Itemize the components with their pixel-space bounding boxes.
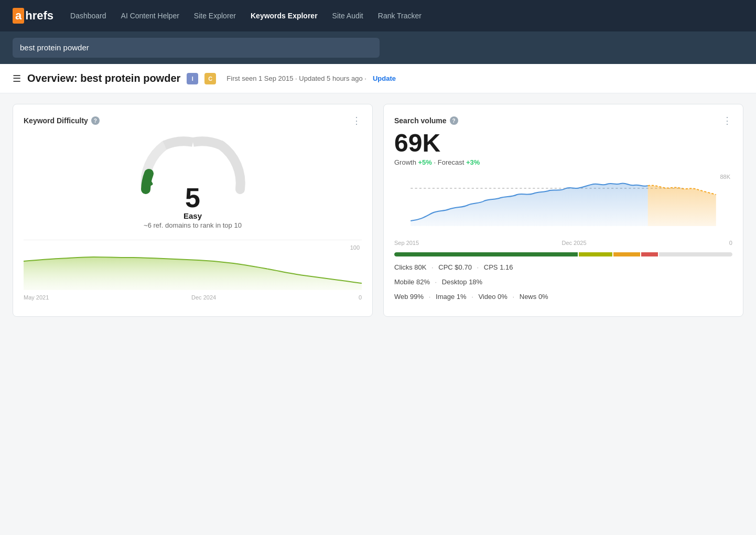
logo-a: a bbox=[13, 8, 24, 24]
click-bar-seg-3 bbox=[613, 252, 640, 256]
nav-keywords-explorer[interactable]: Keywords Explorer bbox=[251, 12, 318, 20]
sv-chart-axis-bottom: Sep 2015 Dec 2025 0 bbox=[394, 240, 732, 246]
kd-chart-end: Dec 2024 bbox=[191, 294, 216, 301]
kd-score: 5 bbox=[185, 184, 200, 211]
kd-chart-axis-bottom: May 2021 Dec 2024 0 bbox=[24, 294, 362, 301]
nav-site-audit[interactable]: Site Audit bbox=[332, 12, 363, 20]
update-link[interactable]: Update bbox=[373, 74, 396, 82]
sv-chart-end: Dec 2025 bbox=[561, 240, 586, 246]
nav-dashboard[interactable]: Dashboard bbox=[70, 12, 106, 20]
clicks-value: 80K bbox=[414, 263, 426, 271]
sv-forecast-label: Forecast bbox=[438, 158, 465, 166]
video-label: Video bbox=[478, 293, 498, 301]
desktop-label: Desktop bbox=[442, 278, 469, 286]
kd-chart-max: 100 bbox=[350, 244, 360, 251]
overview-title: Overview: best protein powder bbox=[27, 72, 180, 84]
sv-card-header: Search volume ? ⋮ bbox=[394, 115, 732, 126]
sv-growth: Growth +5% · Forecast +3% bbox=[394, 158, 732, 166]
sv-forecast-value: +3% bbox=[466, 158, 480, 166]
sv-main-chart bbox=[394, 174, 732, 234]
kd-chart-area: 100 May 2021 Dec 2024 0 bbox=[24, 240, 362, 297]
sv-help-icon[interactable]: ? bbox=[450, 116, 458, 125]
web-value: 99% bbox=[410, 293, 424, 301]
search-volume-card: Search volume ? ⋮ 69K Growth +5% · Forec… bbox=[383, 104, 743, 317]
sv-card-title: Search volume ? bbox=[394, 116, 458, 125]
cpc-label: CPC bbox=[438, 263, 455, 271]
navbar: a hrefs Dashboard AI Content Helper Site… bbox=[0, 0, 756, 31]
sv-chart-wrap: 88K bbox=[394, 174, 732, 237]
gauge-container: 5 Easy ~6 ref. domains to rank in top 10 bbox=[24, 132, 362, 229]
kd-chart-zero: 0 bbox=[359, 294, 362, 301]
stats-device-row: Mobile 82% · Desktop 18% bbox=[394, 276, 732, 288]
nav-site-explorer[interactable]: Site Explorer bbox=[194, 12, 236, 20]
kd-card-title: Keyword Difficulty ? bbox=[24, 116, 100, 125]
kd-sublabel: ~6 ref. domains to rank in top 10 bbox=[144, 221, 242, 229]
news-label: News bbox=[520, 293, 538, 301]
search-bar bbox=[0, 31, 756, 64]
image-label: Image bbox=[436, 293, 457, 301]
mobile-value: 82% bbox=[416, 278, 430, 286]
main-content: Keyword Difficulty ? ⋮ 5 Easy bbox=[0, 93, 756, 327]
sv-chart-start: Sep 2015 bbox=[394, 240, 419, 246]
kd-title-text: Keyword Difficulty bbox=[24, 116, 88, 125]
nav-rank-tracker[interactable]: Rank Tracker bbox=[378, 12, 422, 20]
kd-card-header: Keyword Difficulty ? ⋮ bbox=[24, 115, 362, 126]
kd-help-icon[interactable]: ? bbox=[91, 116, 100, 125]
web-label: Web bbox=[394, 293, 410, 301]
stats-type-row: Web 99% · Image 1% · Video 0% · News 0% bbox=[394, 291, 732, 303]
sv-growth-label: Growth bbox=[394, 158, 416, 166]
sv-title-text: Search volume bbox=[394, 116, 447, 125]
mobile-label: Mobile bbox=[394, 278, 416, 286]
click-bar-seg-4 bbox=[641, 252, 658, 256]
kd-menu-dots[interactable]: ⋮ bbox=[352, 115, 362, 126]
sv-chart-zero: 0 bbox=[729, 240, 732, 246]
nav-ai-content[interactable]: AI Content Helper bbox=[121, 12, 179, 20]
desktop-value: 18% bbox=[469, 278, 482, 286]
hamburger-icon[interactable]: ☰ bbox=[13, 73, 21, 84]
search-input-wrap bbox=[13, 38, 380, 58]
click-bar bbox=[394, 252, 732, 256]
cps-value: 1.16 bbox=[500, 263, 513, 271]
overview-meta: First seen 1 Sep 2015 · Updated 5 hours … bbox=[226, 74, 366, 82]
click-bar-seg-2 bbox=[579, 252, 612, 256]
sv-chart-max: 88K bbox=[720, 174, 730, 180]
cpc-value: $0.70 bbox=[455, 263, 472, 271]
kd-mini-chart bbox=[24, 245, 362, 290]
kd-label: Easy bbox=[183, 211, 202, 220]
sv-value: 69K bbox=[394, 129, 732, 157]
image-value: 1% bbox=[457, 293, 467, 301]
stats-clicks-row: Clicks 80K · CPC $0.70 · CPS 1.16 bbox=[394, 262, 732, 273]
nav-links: Dashboard AI Content Helper Site Explore… bbox=[70, 12, 422, 20]
keyword-difficulty-card: Keyword Difficulty ? ⋮ 5 Easy bbox=[13, 104, 373, 317]
search-input[interactable] bbox=[20, 43, 372, 52]
sv-growth-value: +5% bbox=[418, 158, 432, 166]
badge-c: C bbox=[204, 73, 216, 84]
news-value: 0% bbox=[538, 293, 548, 301]
overview-header: ☰ Overview: best protein powder I C Firs… bbox=[0, 64, 756, 93]
logo[interactable]: a hrefs bbox=[13, 8, 53, 24]
badge-i: I bbox=[187, 73, 198, 84]
kd-chart-start: May 2021 bbox=[24, 294, 49, 301]
sv-dot1: · bbox=[434, 158, 438, 166]
logo-text: hrefs bbox=[25, 9, 53, 23]
clicks-label: Clicks bbox=[394, 263, 414, 271]
click-bar-seg-5 bbox=[659, 252, 732, 256]
cps-label: CPS bbox=[484, 263, 500, 271]
video-value: 0% bbox=[498, 293, 507, 301]
click-bar-seg-1 bbox=[394, 252, 578, 256]
sv-menu-dots[interactable]: ⋮ bbox=[722, 115, 732, 126]
